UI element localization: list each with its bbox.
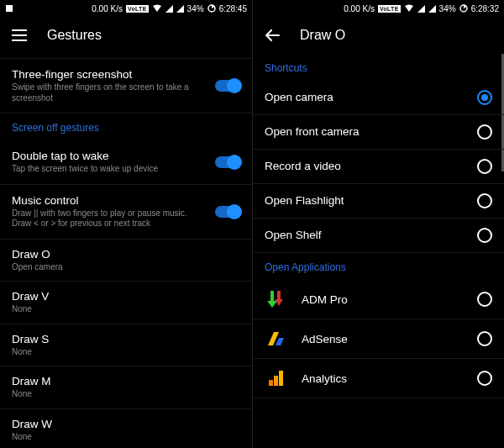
- clock: 6:28:45: [219, 4, 247, 13]
- battery-icon: [459, 4, 468, 13]
- row-title: Double tap to wake: [12, 150, 208, 162]
- shortcut-open-camera[interactable]: Open camera: [253, 81, 504, 115]
- row-title: Open front camera: [265, 125, 470, 138]
- signal-icon-2: [176, 5, 184, 13]
- section-screen-off: Screen off gestures: [0, 113, 252, 140]
- draw-s-row[interactable]: Draw S None: [0, 324, 252, 367]
- svg-rect-6: [269, 380, 273, 386]
- shortcut-record-video[interactable]: Record a video: [253, 150, 504, 184]
- row-title: Draw M: [12, 375, 240, 387]
- draw-o-screen: 0.00 K/s VoLTE 34% 6:28:32 Draw O Shortc…: [252, 0, 504, 448]
- row-sub: None: [12, 304, 240, 315]
- gestures-screen: 0.00 K/s VoLTE 34% 6:28:45 Gestures Thre…: [0, 0, 252, 448]
- radio-shelf[interactable]: [477, 228, 492, 243]
- signal-icon: [417, 5, 425, 13]
- adm-icon: [265, 288, 286, 310]
- row-sub: Open camera: [12, 262, 240, 273]
- svg-rect-0: [6, 5, 13, 12]
- row-title: Open camera: [265, 91, 470, 103]
- clock: 6:28:32: [471, 4, 499, 13]
- double-tap-row[interactable]: Double tap to wake Tap the screen twice …: [0, 140, 252, 185]
- wifi-icon: [152, 4, 162, 13]
- signal-icon: [165, 5, 173, 13]
- row-sub: Swipe with three fingers on the screen t…: [12, 82, 208, 103]
- menu-icon[interactable]: [12, 29, 27, 41]
- section-open-apps: Open Applications: [253, 253, 504, 280]
- row-sub: Draw || with two fingers to play or paus…: [12, 208, 208, 229]
- battery-icon: [207, 4, 216, 13]
- row-sub: Tap the screen twice to wake up device: [12, 164, 208, 175]
- wifi-icon: [404, 4, 414, 13]
- svg-rect-7: [274, 376, 278, 386]
- titlebar: Gestures: [0, 17, 252, 54]
- row-title: Draw S: [12, 333, 240, 345]
- page-title: Draw O: [300, 28, 345, 43]
- row-title: Music control: [12, 194, 208, 207]
- row-title: Open Flashlight: [265, 194, 470, 207]
- app-title: Analytics: [302, 372, 477, 385]
- radio-analytics[interactable]: [477, 371, 492, 386]
- shortcut-open-front-camera[interactable]: Open front camera: [253, 115, 504, 150]
- row-sub: None: [12, 347, 240, 358]
- radio-front-camera[interactable]: [477, 124, 492, 140]
- row-sub: None: [12, 432, 240, 443]
- radio-adm[interactable]: [477, 292, 492, 307]
- app-title: ADM Pro: [302, 293, 477, 306]
- three-finger-row[interactable]: Three-finger screenshot Swipe with three…: [0, 59, 252, 113]
- draw-v-row[interactable]: Draw V None: [0, 282, 252, 324]
- row-title: Open Shelf: [265, 229, 470, 241]
- row-title: Draw W: [12, 418, 240, 430]
- adsense-icon: [265, 328, 286, 350]
- toggle-three-finger[interactable]: [215, 80, 240, 92]
- battery-pct: 34%: [439, 4, 456, 13]
- row-sub: None: [12, 389, 240, 400]
- app-adsense[interactable]: AdSense: [253, 319, 504, 359]
- radio-open-camera[interactable]: [477, 90, 492, 105]
- draw-o-list: Shortcuts Open camera Open front camera …: [253, 54, 504, 398]
- volte-badge: VoLTE: [378, 5, 401, 13]
- status-bar: 0.00 K/s VoLTE 34% 6:28:45: [0, 0, 252, 17]
- radio-record-video[interactable]: [477, 159, 492, 174]
- shortcut-open-flashlight[interactable]: Open Flashlight: [253, 184, 504, 219]
- svg-rect-8: [279, 371, 283, 386]
- toggle-double-tap[interactable]: [215, 156, 240, 168]
- net-speed: 0.00 K/s: [344, 4, 375, 13]
- analytics-icon: [265, 367, 286, 389]
- shortcut-open-shelf[interactable]: Open Shelf: [253, 219, 504, 253]
- download-icon: [5, 4, 13, 13]
- app-adm-pro[interactable]: ADM Pro: [253, 280, 504, 319]
- status-bar: 0.00 K/s VoLTE 34% 6:28:32: [253, 0, 504, 17]
- app-analytics[interactable]: Analytics: [253, 359, 504, 398]
- row-title: Draw V: [12, 290, 240, 303]
- svg-rect-3: [12, 34, 27, 36]
- titlebar: Draw O: [253, 17, 504, 54]
- row-title: Three-finger screenshot: [12, 68, 208, 81]
- signal-icon-2: [428, 5, 436, 13]
- gestures-list: Three-finger screenshot Swipe with three…: [0, 54, 252, 448]
- page-title: Gestures: [47, 28, 102, 43]
- battery-pct: 34%: [187, 4, 204, 13]
- volte-badge: VoLTE: [126, 5, 149, 13]
- music-control-row[interactable]: Music control Draw || with two fingers t…: [0, 185, 252, 240]
- radio-adsense[interactable]: [477, 331, 492, 346]
- draw-m-row[interactable]: Draw M None: [0, 366, 252, 409]
- svg-rect-4: [12, 40, 27, 41]
- svg-rect-2: [12, 29, 27, 31]
- row-title: Record a video: [265, 160, 470, 172]
- net-speed: 0.00 K/s: [92, 4, 123, 13]
- draw-o-row[interactable]: Draw O Open camera: [0, 240, 252, 282]
- row-title: Draw O: [12, 248, 240, 261]
- toggle-music[interactable]: [215, 206, 240, 218]
- radio-flashlight[interactable]: [477, 193, 492, 208]
- draw-w-row[interactable]: Draw W None: [0, 409, 252, 449]
- app-title: AdSense: [302, 333, 477, 345]
- back-icon[interactable]: [265, 29, 280, 41]
- section-shortcuts: Shortcuts: [253, 54, 504, 81]
